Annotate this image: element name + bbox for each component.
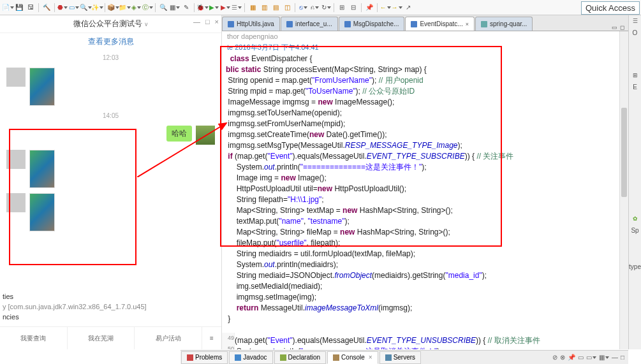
outline-icon[interactable]: ☰ bbox=[633, 18, 638, 24]
avatar bbox=[6, 193, 26, 212]
view-javadoc[interactable]: Javadoc bbox=[229, 351, 272, 364]
view-problems[interactable]: Problems bbox=[181, 351, 228, 364]
image-bubble[interactable] bbox=[29, 68, 55, 106]
hammer-icon[interactable]: 🔨 bbox=[41, 3, 52, 13]
out-icon[interactable]: ↗ bbox=[403, 3, 413, 13]
class-icon[interactable]: Ⓒ bbox=[142, 3, 152, 13]
search-icon[interactable]: 🔍 bbox=[158, 3, 168, 13]
error-icon[interactable]: ⊞ bbox=[633, 72, 638, 78]
grid3-icon[interactable]: ▤ bbox=[270, 3, 281, 13]
error-label[interactable]: E bbox=[633, 84, 637, 91]
separator bbox=[194, 3, 195, 12]
tab-msgdispatch[interactable]: MsgDispatche... bbox=[339, 17, 405, 31]
wechat-tab-activity[interactable]: 易户活动 bbox=[135, 327, 202, 349]
tab-label: spring-quar... bbox=[490, 20, 527, 27]
forward-icon[interactable]: → bbox=[392, 3, 402, 13]
team-icon[interactable]: ⎋ bbox=[298, 3, 308, 13]
sync-icon[interactable]: ↻ bbox=[321, 3, 331, 13]
separator bbox=[361, 3, 362, 12]
tab-eventdispatch[interactable]: EventDispatc...× bbox=[405, 17, 475, 31]
view-servers[interactable]: Servers bbox=[379, 351, 421, 364]
date-label: te 2016年3月7日 下午4:04:41 bbox=[227, 43, 319, 51]
quick-access-input[interactable]: Quick Access bbox=[581, 1, 640, 15]
vertical-scrollbar[interactable] bbox=[619, 31, 628, 349]
separator bbox=[377, 3, 378, 12]
tab-spring[interactable]: spring-quar... bbox=[475, 17, 533, 31]
code-editor[interactable]: class EventDispatcher { blic static Stri… bbox=[222, 54, 628, 349]
wechat-tabs: 我要查询 我在芜湖 易户活动 ≡ bbox=[0, 326, 221, 349]
avatar bbox=[6, 150, 26, 169]
type-label[interactable]: type bbox=[629, 263, 641, 270]
view-more-link[interactable]: 查看更多消息 bbox=[0, 33, 221, 50]
java-icon bbox=[344, 21, 351, 27]
editor-area: HttpUtils.java interface_u... MsgDispatc… bbox=[222, 15, 628, 349]
pin-console-icon[interactable]: 📌 bbox=[568, 354, 575, 361]
debug-bug-icon[interactable]: 🐞 bbox=[197, 3, 207, 13]
package-icon[interactable]: 📦 bbox=[108, 3, 118, 13]
save-icon[interactable]: 💾 bbox=[14, 3, 24, 13]
tab-controls: ▭ ◻ bbox=[608, 24, 628, 31]
tab-httputils[interactable]: HttpUtils.java bbox=[222, 17, 280, 31]
avatar bbox=[6, 68, 26, 87]
minimize-icon[interactable]: — bbox=[193, 18, 200, 25]
new-icon[interactable]: 📄 bbox=[3, 3, 13, 13]
console-select-icon[interactable]: ▭ bbox=[586, 354, 596, 361]
history-icon[interactable]: ⎌ bbox=[309, 3, 320, 13]
toggle-mark-icon[interactable]: ⊞ bbox=[337, 3, 347, 13]
back-icon[interactable]: ← bbox=[380, 3, 390, 13]
folder-icon[interactable]: 📁 bbox=[119, 3, 129, 13]
scroll-thumb[interactable] bbox=[621, 108, 627, 197]
pin-icon[interactable]: 📌 bbox=[364, 3, 374, 13]
close-icon[interactable]: × bbox=[215, 18, 219, 25]
wechat-tab-wuhu[interactable]: 我在芜湖 bbox=[68, 327, 135, 349]
grid2-icon[interactable]: ▥ bbox=[259, 3, 269, 13]
chevron-down-icon[interactable]: ∨ bbox=[144, 21, 149, 27]
tab-label: HttpUtils.java bbox=[237, 20, 274, 27]
type-icon[interactable]: ◈ bbox=[131, 3, 141, 13]
image-bubble[interactable] bbox=[29, 193, 55, 231]
run-ext2-icon[interactable]: ▶ bbox=[220, 3, 230, 13]
clear-icon[interactable]: ⊘ bbox=[552, 354, 557, 361]
spring-icon[interactable]: ✿ bbox=[633, 215, 638, 222]
grid1-icon[interactable]: ▦ bbox=[247, 3, 258, 13]
tab-interface[interactable]: interface_u... bbox=[281, 17, 338, 31]
wand-icon[interactable]: ✎ bbox=[181, 3, 191, 13]
debug-icon[interactable]: 🔍 bbox=[80, 3, 91, 13]
wechat-tab-menu[interactable]: ≡ bbox=[202, 327, 221, 349]
display-icon[interactable]: ▭ bbox=[578, 354, 584, 361]
open-console-icon[interactable]: ▦ bbox=[599, 354, 609, 361]
java-icon bbox=[411, 21, 417, 27]
view-declaration[interactable]: Declaration bbox=[274, 351, 327, 364]
outline-label[interactable]: O bbox=[633, 29, 638, 36]
wechat-tab-query[interactable]: 我要查询 bbox=[0, 327, 68, 349]
magic-icon[interactable]: ✨ bbox=[92, 3, 102, 13]
maximize-view-icon[interactable]: ◻ bbox=[620, 24, 624, 31]
source-code[interactable]: class EventDispatcher { blic static Stri… bbox=[226, 54, 624, 349]
spring-label[interactable]: Sp bbox=[631, 227, 638, 234]
wechat-header: 微信公众平台测试号 ∨ — □ × bbox=[0, 15, 221, 33]
image-bubble[interactable] bbox=[29, 150, 55, 188]
tree-item[interactable]: ties bbox=[3, 291, 177, 302]
view-console[interactable]: Console× bbox=[327, 351, 378, 364]
run-ext-icon[interactable]: ⬣ bbox=[57, 3, 68, 13]
next-ann-icon[interactable]: ⊟ bbox=[348, 3, 358, 13]
server-icon[interactable]: ▭ bbox=[69, 3, 79, 13]
task-icon[interactable]: ▦ bbox=[170, 3, 180, 13]
coverage-icon[interactable]: ☰ bbox=[232, 3, 242, 13]
tab-label: interface_u... bbox=[295, 20, 332, 27]
close-icon[interactable]: × bbox=[466, 21, 469, 27]
maximize-icon[interactable]: □ bbox=[205, 18, 210, 25]
close-icon[interactable]: × bbox=[369, 354, 372, 361]
tab-label: MsgDispatche... bbox=[353, 20, 399, 27]
save-all-icon[interactable]: 🖫 bbox=[26, 3, 36, 13]
min-icon[interactable]: — bbox=[612, 354, 618, 361]
max-icon[interactable]: □ bbox=[621, 354, 624, 361]
run-play-icon[interactable]: ▶ bbox=[209, 3, 219, 13]
tree-item-jre[interactable]: y [com.sun.java.jdk7.win32.x86_64_1.7.0.… bbox=[3, 302, 177, 312]
right-sidebar: ☰ O ⊞ E ✿ Sp type bbox=[628, 15, 641, 349]
view-label: Declaration bbox=[288, 354, 321, 361]
tree-item[interactable]: ncies bbox=[3, 312, 177, 322]
clear-all-icon[interactable]: ⊗ bbox=[560, 354, 565, 361]
minimize-view-icon[interactable]: ▭ bbox=[612, 24, 617, 31]
grid4-icon[interactable]: ◫ bbox=[282, 3, 292, 13]
